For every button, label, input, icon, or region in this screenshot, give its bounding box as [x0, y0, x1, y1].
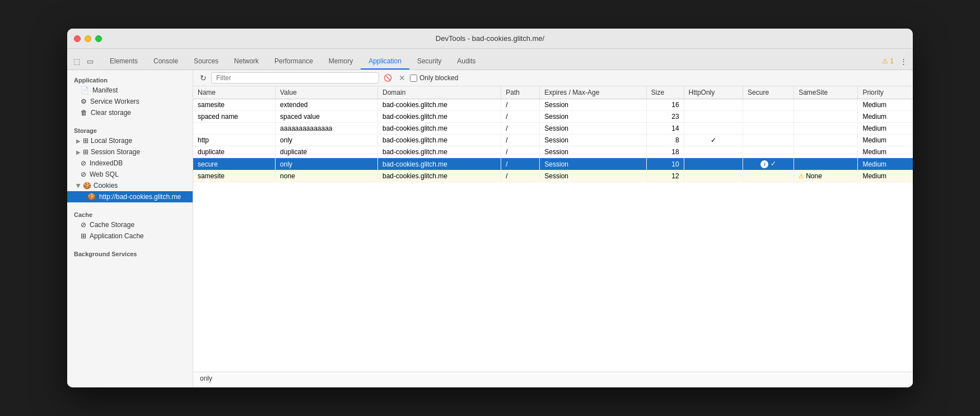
- col-httponly[interactable]: HttpOnly: [684, 86, 743, 99]
- cell-path: /: [501, 158, 540, 170]
- cell-name: duplicate: [193, 146, 276, 158]
- application-cache-icon: ⊞: [81, 232, 86, 240]
- cell-expires: Session: [540, 135, 646, 146]
- cell-domain: bad-cookies.glitch.me: [377, 123, 501, 135]
- warning-badge[interactable]: ⚠ 1: [882, 57, 894, 65]
- tab-elements[interactable]: Elements: [102, 54, 146, 70]
- cell-size: 18: [646, 146, 684, 158]
- cell-priority: Medium: [858, 99, 913, 111]
- cookie-table-wrapper: Name Value Domain Path Expires / Max-Age…: [193, 86, 913, 372]
- col-domain[interactable]: Domain: [377, 86, 501, 99]
- session-storage-icon: ⊞: [83, 148, 88, 156]
- sidebar-item-cache-storage[interactable]: ⊘ Cache Storage: [67, 219, 193, 230]
- manifest-icon: 📄: [81, 86, 89, 94]
- refresh-icon[interactable]: ↻: [198, 72, 209, 84]
- table-row[interactable]: duplicateduplicatebad-cookies.glitch.me/…: [193, 146, 913, 158]
- traffic-lights: [74, 35, 102, 42]
- sidebar-item-clear-storage[interactable]: 🗑 Clear storage: [67, 107, 193, 118]
- maximize-button[interactable]: [95, 35, 102, 42]
- cell-path: /: [501, 170, 540, 182]
- cell-samesite: [794, 135, 858, 146]
- cell-name: secure: [193, 158, 276, 170]
- cell-size: 23: [646, 111, 684, 123]
- title-bar: DevTools - bad-cookies.glitch.me/: [67, 29, 913, 49]
- cell-priority: Medium: [858, 111, 913, 123]
- devtools-window: DevTools - bad-cookies.glitch.me/ ⬚ ▭ El…: [67, 29, 913, 387]
- sidebar-item-cookies[interactable]: ▶ 🍪 Cookies: [67, 180, 193, 191]
- sidebar-item-manifest[interactable]: 📄 Manifest: [67, 85, 193, 96]
- cell-samesite: [794, 146, 858, 158]
- bottom-panel: only: [193, 372, 913, 387]
- cell-samesite: [794, 158, 858, 170]
- tab-network[interactable]: Network: [226, 54, 267, 70]
- col-samesite[interactable]: SameSite: [794, 86, 858, 99]
- tab-sources[interactable]: Sources: [186, 54, 226, 70]
- table-row[interactable]: aaaaaaaaaaaaaabad-cookies.glitch.me/Sess…: [193, 123, 913, 135]
- only-blocked-label[interactable]: Only blocked: [410, 74, 458, 82]
- cell-httponly: [684, 111, 743, 123]
- col-size[interactable]: Size: [646, 86, 684, 99]
- sidebar-item-application-cache[interactable]: ⊞ Application Cache: [67, 230, 193, 242]
- sidebar-item-session-storage[interactable]: ▶ ⊞ Session Storage: [67, 146, 193, 158]
- cursor-icon[interactable]: ⬚: [72, 56, 82, 66]
- cell-value: only: [276, 158, 378, 170]
- tab-security[interactable]: Security: [409, 54, 449, 70]
- filter-no-icon[interactable]: 🚫: [381, 73, 394, 83]
- cache-section-header: Cache: [67, 209, 193, 219]
- tab-memory[interactable]: Memory: [321, 54, 361, 70]
- cell-size: 8: [646, 135, 684, 146]
- sidebar-item-service-workers[interactable]: ⚙ Service Workers: [67, 96, 193, 107]
- cell-size: 16: [646, 99, 684, 111]
- storage-section-header: Storage: [67, 125, 193, 135]
- tab-application[interactable]: Application: [361, 54, 409, 70]
- filter-bar: ↻ 🚫 ✕ Only blocked: [193, 70, 913, 86]
- cell-httponly: ✓: [684, 135, 743, 146]
- tabs-list: Elements Console Sources Network Perform…: [102, 54, 882, 70]
- sidebar-item-web-sql[interactable]: ⊘ Web SQL: [67, 169, 193, 180]
- cell-secure: i ✓: [743, 158, 794, 170]
- cell-path: /: [501, 123, 540, 135]
- cell-path: /: [501, 99, 540, 111]
- filter-input[interactable]: [211, 72, 379, 84]
- secure-checkmark: ✓: [768, 160, 776, 168]
- col-priority[interactable]: Priority: [858, 86, 913, 99]
- table-row[interactable]: samesiteextendedbad-cookies.glitch.me/Se…: [193, 99, 913, 111]
- table-row[interactable]: httponlybad-cookies.glitch.me/Session8✓M…: [193, 135, 913, 146]
- tab-audits[interactable]: Audits: [449, 54, 483, 70]
- col-value[interactable]: Value: [276, 86, 378, 99]
- clear-filter-icon[interactable]: ✕: [396, 72, 408, 84]
- cell-httponly: [684, 123, 743, 135]
- cell-samesite: [794, 123, 858, 135]
- cell-samesite: ⚠ None: [794, 170, 858, 182]
- table-row[interactable]: spaced namespaced valuebad-cookies.glitc…: [193, 111, 913, 123]
- background-services-header: Background Services: [67, 248, 193, 258]
- tab-console[interactable]: Console: [146, 54, 186, 70]
- cell-value: duplicate: [276, 146, 378, 158]
- tab-performance[interactable]: Performance: [267, 54, 321, 70]
- device-icon[interactable]: ▭: [85, 56, 95, 66]
- cell-size: 12: [646, 170, 684, 182]
- web-sql-icon: ⊘: [81, 170, 86, 178]
- col-secure[interactable]: Secure: [743, 86, 794, 99]
- table-row[interactable]: secureonlybad-cookies.glitch.me/Session1…: [193, 158, 913, 170]
- col-path[interactable]: Path: [501, 86, 540, 99]
- minimize-button[interactable]: [85, 35, 91, 42]
- sidebar-item-local-storage[interactable]: ▶ ⊞ Local Storage: [67, 135, 193, 146]
- only-blocked-checkbox[interactable]: [410, 75, 417, 82]
- close-button[interactable]: [74, 35, 81, 42]
- sidebar-item-cookie-url[interactable]: 🍪 http://bad-cookies.glitch.me: [67, 191, 193, 202]
- col-expires[interactable]: Expires / Max-Age: [540, 86, 646, 99]
- more-options-icon[interactable]: ⋮: [898, 56, 908, 66]
- sidebar-item-indexeddb[interactable]: ⊘ IndexedDB: [67, 158, 193, 169]
- arrow-icon: ▶: [76, 149, 81, 155]
- cookie-table: Name Value Domain Path Expires / Max-Age…: [193, 86, 913, 182]
- cell-secure: [743, 123, 794, 135]
- arrow-icon: ▶: [76, 138, 81, 144]
- cell-secure: [743, 170, 794, 182]
- cell-priority: Medium: [858, 170, 913, 182]
- col-name[interactable]: Name: [193, 86, 276, 99]
- cell-path: /: [501, 146, 540, 158]
- table-row[interactable]: samesitenonebad-cookies.glitch.me/Sessio…: [193, 170, 913, 182]
- cell-domain: bad-cookies.glitch.me: [377, 99, 501, 111]
- cell-secure: [743, 111, 794, 123]
